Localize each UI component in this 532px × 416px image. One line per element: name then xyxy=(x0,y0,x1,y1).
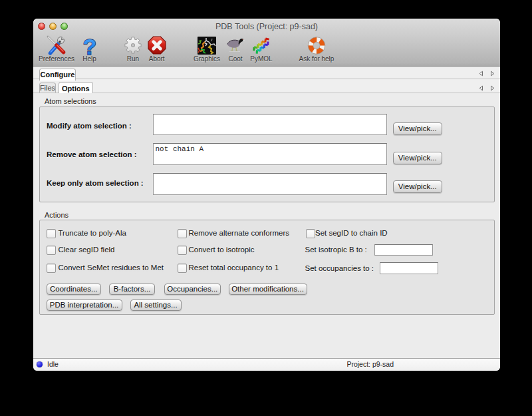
svg-text:?: ? xyxy=(82,35,96,56)
